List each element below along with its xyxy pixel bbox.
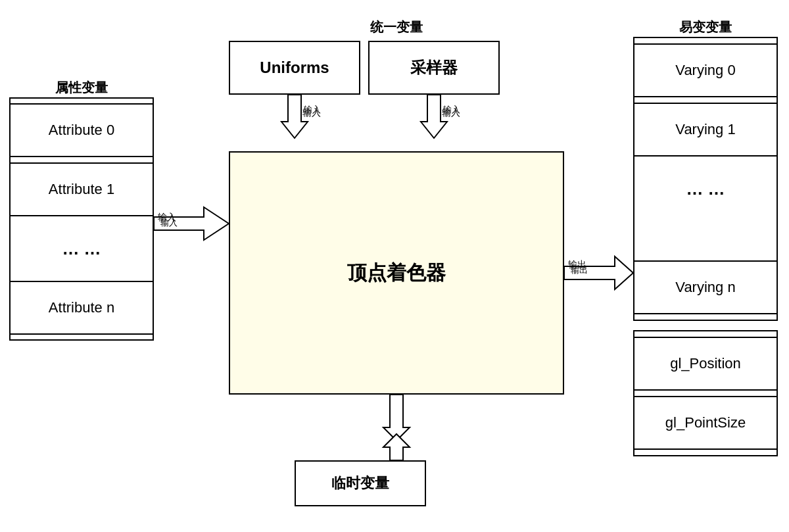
varying-box-1: Varying 1 xyxy=(633,103,778,157)
sampler-input-text: 输入 xyxy=(443,104,460,116)
temp-var-arrow xyxy=(383,395,410,460)
attribute-box-0: Attribute 0 xyxy=(9,103,154,157)
attribute-box-n: Attribute n xyxy=(9,281,154,335)
svg-marker-5 xyxy=(383,434,410,460)
sampler-box: 采样器 xyxy=(368,41,500,95)
varying-box-0: Varying 0 xyxy=(633,43,778,97)
attribute-section-label: 属性变量 xyxy=(9,79,154,97)
builtin-box-position: gl_Position xyxy=(633,337,778,391)
uniforms-input-text: 输入 xyxy=(304,104,321,116)
output-text: 输出 xyxy=(571,264,588,276)
varying-section-label: 易变变量 xyxy=(633,18,778,36)
vertex-shader-box: 顶点着色器 xyxy=(229,151,564,395)
builtin-box-pointsize: gl_PointSize xyxy=(633,396,778,450)
temp-var-box: 临时变量 xyxy=(295,460,426,506)
attribute-box-dots: … … xyxy=(9,222,154,276)
uniform-section-label: 统一变量 xyxy=(229,18,564,36)
svg-marker-4 xyxy=(383,395,410,441)
diagram: 属性变量 统一变量 易变变量 内建变量 Attribute 0 Attribut… xyxy=(0,0,789,532)
attribute-input-text: 输入 xyxy=(160,217,178,229)
attribute-box-1: Attribute 1 xyxy=(9,162,154,216)
varying-box-n: Varying n xyxy=(633,260,778,314)
uniforms-box: Uniforms xyxy=(229,41,360,95)
varying-box-dots: … … xyxy=(633,162,778,216)
